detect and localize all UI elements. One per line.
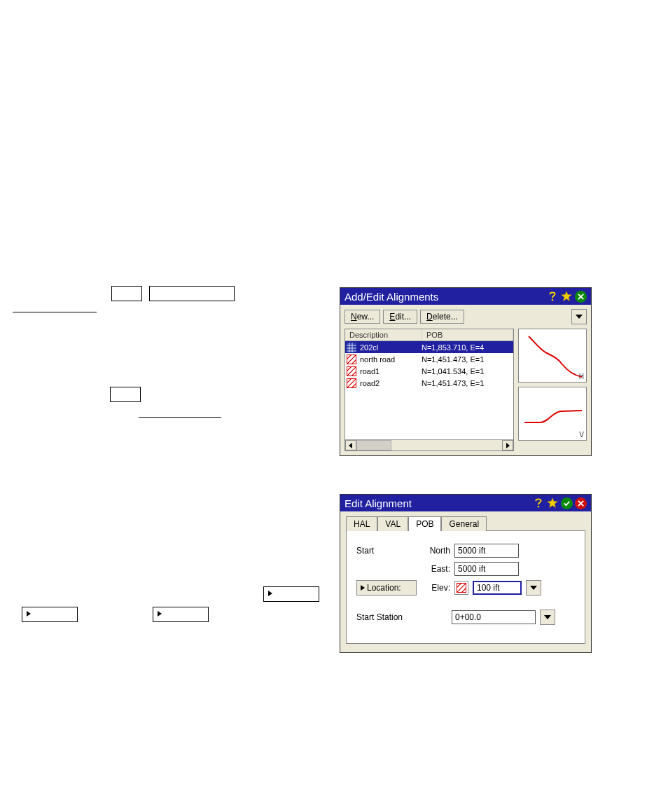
scroll-left-icon[interactable] bbox=[345, 440, 356, 450]
button-row: New... Edit... Delete... bbox=[345, 309, 587, 324]
svg-marker-33 bbox=[530, 586, 537, 590]
preview-panel: H V bbox=[518, 329, 587, 451]
titlebar: Edit Alignment bbox=[340, 495, 591, 511]
list-header: Description POB bbox=[345, 329, 513, 341]
column-pob[interactable]: POB bbox=[422, 329, 513, 340]
play-icon bbox=[361, 585, 365, 591]
preview-h-label: H bbox=[579, 373, 584, 380]
ok-button[interactable] bbox=[560, 497, 573, 509]
titlebar: Add/Edit Alignments bbox=[340, 288, 591, 305]
elev-label: Elev: bbox=[421, 583, 450, 593]
list-item[interactable]: 202cl N=1,853.710, E=4 bbox=[345, 341, 513, 353]
row-pob: N=1,451.473, E=1 bbox=[422, 355, 512, 364]
form-row-east: East: bbox=[356, 562, 575, 576]
svg-marker-34 bbox=[544, 615, 551, 619]
ghost-box bbox=[110, 387, 141, 402]
horizontal-preview: H bbox=[518, 329, 587, 383]
ghost-box bbox=[111, 286, 142, 301]
vertical-preview: V bbox=[518, 387, 587, 441]
list-body[interactable]: 202cl N=1,853.710, E=4 north road N=1,45… bbox=[345, 341, 513, 439]
preview-v-label: V bbox=[579, 431, 584, 439]
form-row-elev: Location: Elev: bbox=[356, 580, 575, 596]
tab-hal[interactable]: HAL bbox=[346, 516, 377, 531]
dialog-title: Edit Alignment bbox=[345, 497, 532, 509]
ghost-box bbox=[153, 607, 209, 622]
form-row-station: Start Station bbox=[356, 610, 575, 625]
north-field[interactable] bbox=[454, 544, 519, 558]
toolbar-dropdown[interactable] bbox=[571, 309, 587, 324]
svg-marker-1 bbox=[562, 291, 571, 301]
tab-bar: HAL VAL POB General bbox=[346, 516, 585, 530]
favorite-icon[interactable] bbox=[546, 497, 559, 509]
edit-button-label: dit... bbox=[395, 312, 411, 322]
scroll-track[interactable] bbox=[356, 440, 502, 450]
delete-button[interactable]: Delete... bbox=[420, 310, 464, 324]
cancel-button[interactable] bbox=[574, 497, 587, 509]
elev-dropdown[interactable] bbox=[526, 580, 541, 596]
ghost-underline bbox=[13, 312, 97, 312]
scroll-right-icon[interactable] bbox=[502, 440, 513, 450]
start-station-label: Start Station bbox=[356, 612, 447, 622]
help-icon[interactable] bbox=[532, 497, 545, 509]
column-description[interactable]: Description bbox=[345, 329, 422, 340]
ghost-box bbox=[22, 607, 78, 622]
ghost-box bbox=[263, 586, 319, 602]
start-label: Start bbox=[356, 546, 417, 556]
dialog-title: Add/Edit Alignments bbox=[345, 291, 546, 303]
scroll-thumb[interactable] bbox=[356, 440, 391, 450]
ghost-box bbox=[149, 286, 235, 301]
row-pob: N=1,853.710, E=4 bbox=[422, 343, 512, 352]
edit-alignment-dialog: Edit Alignment HAL VAL POB bbox=[340, 494, 592, 653]
start-station-field[interactable] bbox=[452, 610, 536, 624]
east-field[interactable] bbox=[454, 562, 519, 576]
tab-content: Start North East: Location: Elev: bbox=[346, 530, 585, 644]
help-icon[interactable] bbox=[546, 290, 559, 303]
east-label: East: bbox=[421, 564, 450, 574]
north-label: North bbox=[421, 546, 450, 556]
row-pob: N=1,451.473, E=1 bbox=[422, 379, 512, 387]
ghost-underline bbox=[139, 417, 221, 418]
favorite-icon[interactable] bbox=[560, 290, 573, 303]
alignment-icon bbox=[347, 355, 358, 364]
svg-marker-23 bbox=[349, 443, 352, 448]
svg-point-0 bbox=[552, 299, 553, 301]
edit-button[interactable]: Edit... bbox=[383, 310, 417, 324]
row-description: north road bbox=[360, 355, 422, 364]
play-icon bbox=[27, 611, 31, 617]
list-item[interactable]: road1 N=1,041.534, E=1 bbox=[345, 365, 513, 377]
row-description: road1 bbox=[360, 367, 422, 376]
svg-marker-24 bbox=[506, 443, 510, 448]
dialog-body: HAL VAL POB General Start North East: Lo… bbox=[340, 511, 591, 652]
delete-button-label: elete... bbox=[433, 312, 458, 322]
list-item[interactable]: north road N=1,451.473, E=1 bbox=[345, 353, 513, 365]
alignment-icon bbox=[347, 343, 358, 352]
tab-general[interactable]: General bbox=[441, 516, 487, 531]
play-icon bbox=[158, 611, 162, 617]
form-row-north: Start North bbox=[356, 544, 575, 558]
dialog-body: New... Edit... Delete... Description POB bbox=[340, 305, 591, 455]
svg-point-25 bbox=[538, 506, 539, 507]
row-description: road2 bbox=[360, 379, 422, 387]
row-description: 202cl bbox=[360, 343, 422, 352]
tab-pob[interactable]: POB bbox=[408, 516, 441, 531]
svg-marker-26 bbox=[548, 498, 557, 508]
new-button-label: ew... bbox=[357, 312, 375, 322]
add-edit-alignments-dialog: Add/Edit Alignments New... Edit... Delet… bbox=[340, 287, 592, 456]
tab-val[interactable]: VAL bbox=[377, 516, 408, 531]
station-dropdown[interactable] bbox=[540, 610, 555, 625]
alignment-list: Description POB 202cl N=1,853.710, E=4 bbox=[345, 329, 514, 451]
location-label: Location: bbox=[367, 583, 401, 593]
row-pob: N=1,041.534, E=1 bbox=[422, 367, 512, 376]
elev-field[interactable] bbox=[473, 581, 522, 595]
horizontal-scrollbar[interactable] bbox=[345, 439, 513, 450]
play-icon bbox=[268, 591, 272, 596]
close-button[interactable] bbox=[574, 290, 587, 303]
location-button[interactable]: Location: bbox=[356, 580, 417, 596]
list-item[interactable]: road2 N=1,451.473, E=1 bbox=[345, 377, 513, 389]
alignment-icon bbox=[347, 378, 358, 388]
alignment-icon-box[interactable] bbox=[454, 581, 468, 595]
svg-marker-4 bbox=[576, 315, 583, 319]
new-button[interactable]: New... bbox=[345, 310, 380, 324]
alignment-icon bbox=[347, 366, 358, 376]
